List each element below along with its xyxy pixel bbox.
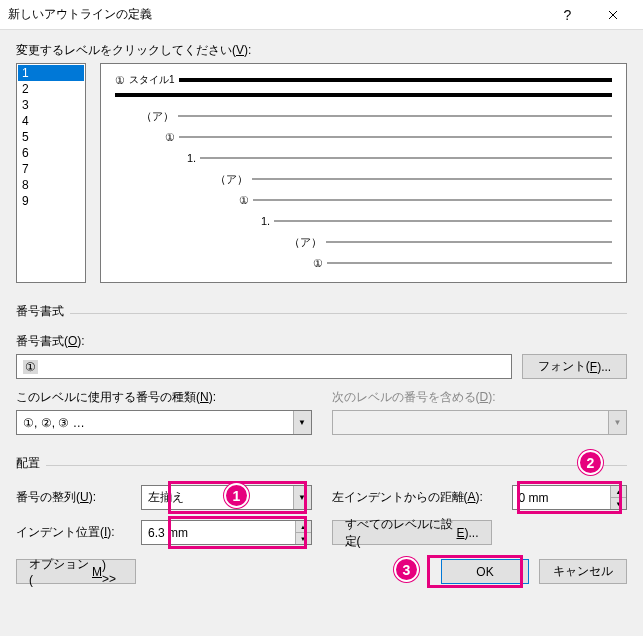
level-item-9[interactable]: 9 xyxy=(18,193,84,209)
set-all-levels-button[interactable]: すべてのレベルに設定(E)... xyxy=(332,520,492,545)
number-format-input[interactable]: ① xyxy=(16,354,512,379)
group-position-label: 配置 xyxy=(16,455,46,472)
level-item-3[interactable]: 3 xyxy=(18,97,84,113)
level-item-5[interactable]: 5 xyxy=(18,129,84,145)
callout-1: 1 xyxy=(224,483,249,508)
close-button[interactable] xyxy=(590,0,635,30)
format-label: 番号書式(O): xyxy=(16,333,627,350)
level-item-1[interactable]: 1 xyxy=(18,65,84,81)
level-prompt: 変更するレベルをクリックしてください(V): xyxy=(16,42,627,59)
include-prev-select: ▼ xyxy=(332,410,628,435)
level-item-4[interactable]: 4 xyxy=(18,113,84,129)
chevron-down-icon: ▼ xyxy=(293,411,311,434)
level-item-7[interactable]: 7 xyxy=(18,161,84,177)
font-button[interactable]: フォント(F)... xyxy=(522,354,627,379)
spinner-icon[interactable]: ▲▼ xyxy=(610,486,626,509)
left-indent-spin[interactable]: 0 mm ▲▼ xyxy=(512,485,628,510)
outline-preview: ①スタイル1（ア）①1.（ア）①1.（ア）① xyxy=(100,63,627,283)
options-button[interactable]: オプション(M) >> xyxy=(16,559,136,584)
callout-2: 2 xyxy=(578,450,603,475)
cancel-button[interactable]: キャンセル xyxy=(539,559,627,584)
titlebar: 新しいアウトラインの定義 ? xyxy=(0,0,643,30)
group-format-label: 番号書式 xyxy=(16,303,70,320)
indent-pos-label: インデント位置(I): xyxy=(16,524,131,541)
help-button[interactable]: ? xyxy=(545,0,590,30)
level-item-8[interactable]: 8 xyxy=(18,177,84,193)
align-label: 番号の整列(U): xyxy=(16,489,131,506)
number-type-select[interactable]: ①, ②, ③ … ▼ xyxy=(16,410,312,435)
indent-pos-spin[interactable]: 6.3 mm ▲▼ xyxy=(141,520,312,545)
level-list[interactable]: 1 2 3 4 5 6 7 8 9 xyxy=(16,63,86,283)
chevron-down-icon: ▼ xyxy=(293,486,311,509)
level-item-2[interactable]: 2 xyxy=(18,81,84,97)
number-type-label: このレベルに使用する番号の種類(N): xyxy=(16,389,312,406)
level-item-6[interactable]: 6 xyxy=(18,145,84,161)
include-prev-label: 次のレベルの番号を含める(D): xyxy=(332,389,628,406)
spinner-icon[interactable]: ▲▼ xyxy=(295,521,311,544)
window-title: 新しいアウトラインの定義 xyxy=(8,6,545,23)
left-indent-label: 左インデントからの距離(A): xyxy=(332,489,502,506)
ok-button[interactable]: OK xyxy=(441,559,529,584)
chevron-down-icon: ▼ xyxy=(608,411,626,434)
close-icon xyxy=(608,10,618,20)
callout-3: 3 xyxy=(394,557,419,582)
